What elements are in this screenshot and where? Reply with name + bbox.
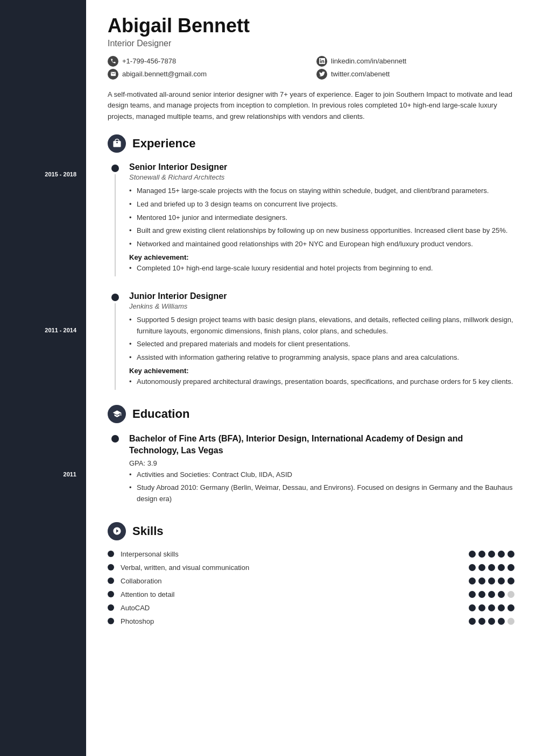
edu-bullets: Activities and Societies: Contract Club,… [129, 469, 514, 505]
experience-icon [108, 134, 126, 153]
sd2 [478, 551, 485, 558]
timeline-date-3: 2011 [64, 471, 76, 477]
job-title-2: Junior Interior Designer [129, 291, 514, 301]
twitter-value: twitter.com/abenett [331, 70, 390, 78]
main-content: Abigail Bennett Interior Designer +1-799… [86, 0, 536, 756]
sd4 [498, 577, 505, 584]
edu-block-1: Bachelor of Fine Arts (BFA), Interior De… [108, 433, 514, 507]
job-bullets-2: Supported 5 design project teams with ba… [129, 315, 514, 363]
skill-row-5: AutoCAD [108, 604, 514, 612]
education-title: Education [132, 407, 189, 421]
experience-title: Experience [132, 137, 195, 151]
sd2 [478, 564, 485, 571]
skill-bullet-1 [108, 551, 114, 557]
job-content-1: Senior Interior Designer Stonewall & Ric… [123, 162, 514, 276]
twitter-icon [316, 69, 327, 80]
skill-bullet-5 [108, 604, 114, 611]
experience-header: Experience [108, 134, 514, 153]
job-title-1: Senior Interior Designer [129, 162, 514, 172]
skill-row-3: Collaboration [108, 577, 514, 585]
skill-row-1: Interpersonal skills [108, 550, 514, 558]
skill-name-4: Attention to detail [121, 590, 462, 598]
job-block-1: Senior Interior Designer Stonewall & Ric… [108, 162, 514, 276]
contact-twitter: twitter.com/abenett [316, 69, 514, 80]
job-content-2: Junior Interior Designer Jenkins & Willi… [123, 291, 514, 390]
sd5-empty [507, 591, 514, 598]
sd3 [488, 564, 495, 571]
skill-bullet-6 [108, 618, 114, 624]
edu-bullet-1: Activities and Societies: Contract Club,… [129, 469, 514, 481]
edu-bullet-2: Study Abroad 2010: Germany (Berlin, Weim… [129, 482, 514, 505]
education-header: Education [108, 405, 514, 423]
timeline-date-1: 2015 - 2018 [45, 171, 76, 177]
skill-row-4: Attention to detail [108, 590, 514, 598]
sd1 [469, 564, 476, 571]
candidate-name: Abigail Bennett [108, 15, 514, 37]
dot-col-1 [108, 162, 123, 276]
sd4 [498, 564, 505, 571]
timeline-date-2: 2011 - 2014 [45, 327, 76, 333]
contact-email: abigail.bennett@gmail.com [108, 69, 306, 80]
vert-line-2 [115, 303, 116, 390]
timeline-dot-2 [111, 294, 119, 301]
summary-text: A self-motivated all-around senior inter… [108, 89, 514, 123]
skill-bullet-2 [108, 564, 114, 570]
skill-rating-5 [469, 604, 514, 611]
sd2 [478, 618, 485, 625]
sd4 [498, 551, 505, 558]
sd3 [488, 577, 495, 584]
skill-row-2: Verbal, written, and visual communicatio… [108, 564, 514, 572]
job-company-2: Jenkins & Williams [129, 302, 514, 310]
edu-content-1: Bachelor of Fine Arts (BFA), Interior De… [123, 433, 514, 507]
edu-timeline-dot [111, 435, 119, 443]
email-value: abigail.bennett@gmail.com [122, 70, 207, 78]
job-company-1: Stonewall & Richard Architects [129, 173, 514, 181]
edu-dot-col [108, 433, 123, 507]
bullet-2-2: Selected and prepared materials and mode… [129, 339, 514, 350]
skill-name-3: Collaboration [121, 577, 462, 585]
sd2 [478, 577, 485, 584]
sd5 [507, 577, 514, 584]
sd1 [469, 604, 476, 611]
contact-linkedin: linkedin.com/in/abennett [316, 56, 514, 67]
phone-value: +1-799-456-7878 [122, 57, 176, 65]
sd4 [498, 591, 505, 598]
linkedin-value: linkedin.com/in/abennett [331, 57, 406, 65]
bullet-1-4: Built and grew existing client relations… [129, 225, 514, 237]
sd4 [498, 604, 505, 611]
skills-list: Interpersonal skills Verbal, written, an… [108, 550, 514, 625]
key-achievement-bullets-2: Autonomously prepared architectural draw… [129, 376, 514, 388]
phone-icon [108, 56, 118, 67]
skill-name-1: Interpersonal skills [121, 550, 462, 558]
education-icon [108, 405, 126, 423]
bullet-1-2: Led and briefed up to 3 design teams on … [129, 199, 514, 210]
timeline-dot-1 [111, 165, 119, 172]
linkedin-icon [316, 56, 327, 67]
sd4 [498, 618, 505, 625]
key-achievement-bullet-1: Completed 10+ high-end large-scale luxur… [129, 263, 514, 274]
skill-name-6: Photoshop [121, 617, 462, 625]
edu-gpa: GPA: 3.9 [129, 459, 514, 467]
sd3 [488, 591, 495, 598]
contact-phone: +1-799-456-7878 [108, 56, 306, 67]
sd3 [488, 618, 495, 625]
bullet-2-3: Assisted with information gathering rela… [129, 352, 514, 363]
skill-rating-3 [469, 577, 514, 584]
job-bullets-1: Managed 15+ large-scale projects with th… [129, 186, 514, 250]
sd3 [488, 551, 495, 558]
sidebar: 2015 - 2018 2011 - 2014 2011 [0, 0, 86, 756]
key-achievement-label-1: Key achievement: [129, 253, 514, 261]
sd3 [488, 604, 495, 611]
skill-rating-6 [469, 618, 514, 625]
sd5 [507, 551, 514, 558]
contact-grid: +1-799-456-7878 linkedin.com/in/abennett… [108, 56, 514, 80]
candidate-title: Interior Designer [108, 39, 514, 48]
vert-line-1 [115, 174, 116, 276]
skill-rating-2 [469, 564, 514, 571]
skill-row-6: Photoshop [108, 617, 514, 625]
key-achievement-bullet-2: Autonomously prepared architectural draw… [129, 376, 514, 388]
bullet-1-3: Mentored 10+ junior and intermediate des… [129, 212, 514, 224]
skills-icon [108, 522, 126, 540]
bullet-2-1: Supported 5 design project teams with ba… [129, 315, 514, 337]
bullet-1-5: Networked and maintained good relationsh… [129, 239, 514, 250]
